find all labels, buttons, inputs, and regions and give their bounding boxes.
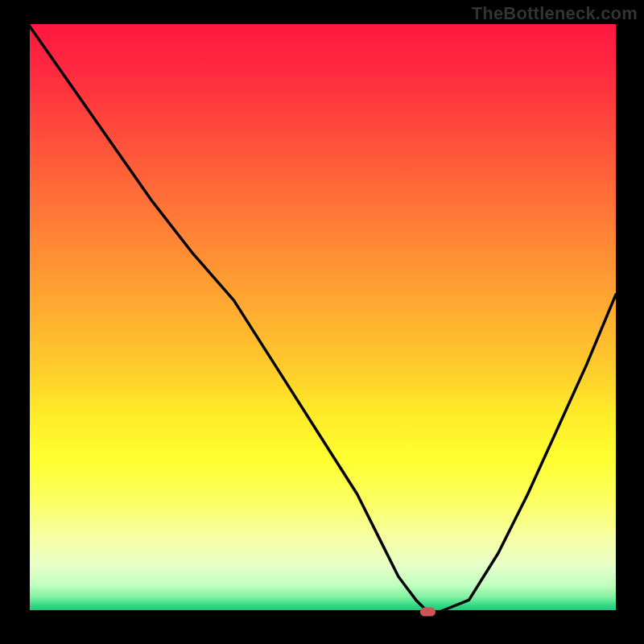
optimal-point-marker xyxy=(420,607,436,616)
bottleneck-chart xyxy=(0,0,644,644)
watermark-text: TheBottleneck.com xyxy=(472,3,638,24)
chart-container: TheBottleneck.com xyxy=(0,0,644,644)
gradient-background xyxy=(28,24,616,612)
